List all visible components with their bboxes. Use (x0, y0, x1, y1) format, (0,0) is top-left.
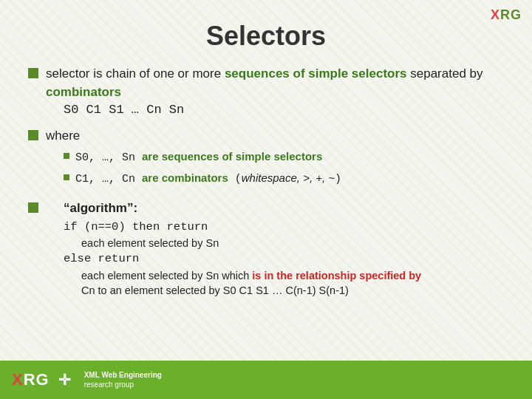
page-title: Selectors (0, 21, 532, 52)
combinator-types: whitespace, >, +, ~ (242, 171, 335, 184)
bullet-text-content-1: selector is chain of one or more sequenc… (46, 66, 483, 99)
bullet-item-2: where S0, …, Sn are sequences of simple … (28, 127, 504, 189)
bottom-bar: XRG ✛ XML Web Engineering research group (0, 361, 532, 399)
algo-subtext-1: each element selected by Sn (81, 236, 504, 250)
algo-title: “algorithm”: (64, 201, 504, 216)
sub-bullet-icon-1 (64, 153, 69, 159)
bottom-logo-x: X (12, 370, 24, 389)
bullet-icon-3 (28, 202, 38, 213)
code-line-1: S0 C1 S1 … Cn Sn (64, 103, 504, 117)
relationship-highlight: is in the relationship specified by (252, 270, 421, 282)
are-combinators-label: are combinators (142, 171, 228, 184)
bullet-text-content-2: where (46, 127, 341, 146)
bottom-logo-rg: RG (24, 370, 50, 389)
bullet-icon-2 (28, 130, 38, 140)
algo-subtext-2: each element selected by Sn which is in … (81, 268, 504, 299)
combinators-highlight: combinators (46, 85, 121, 99)
algo-subtext-2-cont: Cn to an element selected by S0 C1 S1 … … (81, 284, 349, 296)
algo-section: “algorithm”: if (n==0) then return each … (46, 201, 504, 298)
xrg-logo-top: XRG (491, 7, 522, 23)
are-sequences-label: are sequences of simple selectors (142, 150, 322, 163)
slide: XRG Selectors selector is chain of one o… (0, 0, 532, 399)
bullet-item-1: selector is chain of one or more sequenc… (28, 65, 504, 117)
logo-x: X (491, 7, 500, 22)
cross-icon: ✛ (58, 371, 71, 389)
content-area: selector is chain of one or more sequenc… (0, 65, 532, 361)
bullet-item-3: “algorithm”: if (n==0) then return each … (28, 200, 504, 298)
algo-code-else: else return (64, 250, 504, 267)
bullet-text-2-container: where S0, …, Sn are sequences of simple … (46, 127, 341, 189)
sequences-highlight: sequences of simple selectors (225, 66, 407, 81)
sub-bullet-text-1: S0, …, Sn are sequences of simple select… (75, 149, 322, 167)
algo-code-if: if (n==0) then return (64, 219, 504, 236)
bottom-tagline: XML Web Engineering research group (84, 370, 162, 389)
top-logo: XRG (491, 7, 522, 23)
bullet-text-1: selector is chain of one or more sequenc… (46, 65, 504, 117)
tagline-line1: XML Web Engineering (84, 370, 162, 380)
sub-bullet-icon-2 (64, 174, 69, 180)
tagline-line2: research group (84, 380, 162, 389)
bottom-xrg-logo: XRG (12, 370, 50, 389)
logo-rg: RG (500, 7, 522, 22)
sub-bullet-text-2: C1, …, Cn are combinators (whitespace, >… (75, 170, 341, 188)
sub-bullet-2: C1, …, Cn are combinators (whitespace, >… (64, 170, 341, 188)
sub-bullet-1: S0, …, Sn are sequences of simple select… (64, 149, 341, 167)
bullet-icon-1 (28, 68, 38, 78)
